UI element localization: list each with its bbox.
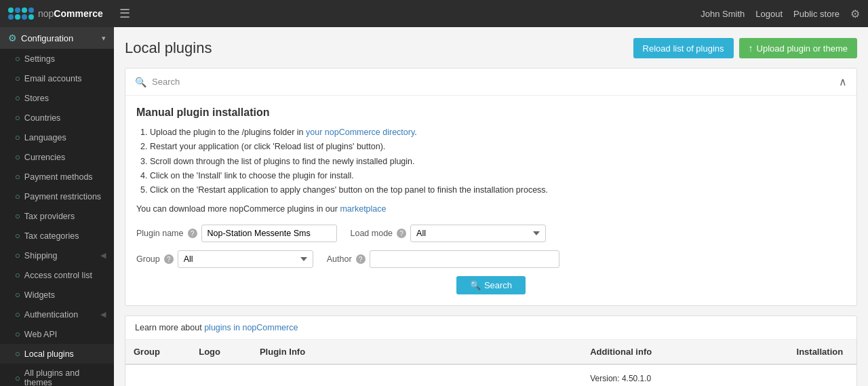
sidebar-item-tax-providers[interactable]: ○ Tax providers	[0, 206, 114, 226]
plugin-name-label: Plugin name	[136, 229, 184, 238]
group-help-icon[interactable]: ?	[164, 254, 174, 264]
circle-icon: ○	[15, 152, 20, 162]
upload-plugin-button[interactable]: ↑ Upload plugin or theme	[739, 38, 857, 58]
hamburger-button[interactable]: ☰	[114, 3, 136, 24]
sidebar-item-email-accounts[interactable]: ○ Email accounts	[0, 69, 114, 88]
version-value: 4.50.1.0	[622, 374, 651, 383]
logo-dot	[22, 14, 27, 20]
sidebar-item-local-plugins[interactable]: ○ Local plugins	[0, 344, 114, 364]
sidebar-item-countries[interactable]: ○ Countries	[0, 108, 114, 128]
group-select[interactable]: All	[178, 250, 313, 268]
additional-info-cell: Version: 4.50.1.0 Author: Nop-Station Te…	[582, 364, 788, 386]
sidebar-item-authentication[interactable]: ○ Authentication ◀	[0, 305, 114, 324]
install-step: Click on the 'Install' link to choose th…	[150, 169, 846, 183]
collapse-button[interactable]: ∧	[839, 75, 847, 88]
sidebar-item-languages[interactable]: ○ Languages	[0, 128, 114, 147]
search-button[interactable]: 🔍 Search	[456, 276, 526, 294]
sidebar-item-label: Stores	[24, 94, 49, 103]
circle-icon: ○	[15, 270, 20, 280]
sidebar-item-widgets[interactable]: ○ Widgets	[0, 285, 114, 305]
settings-icon[interactable]: ⚙	[850, 7, 860, 20]
version-row: Version: 4.50.1.0	[590, 372, 780, 386]
circle-icon: ○	[15, 211, 20, 221]
author-help-icon[interactable]: ?	[356, 254, 366, 264]
user-name: John Smith	[701, 9, 745, 19]
load-mode-help-icon[interactable]: ?	[397, 229, 406, 238]
install-step: Upload the plugin to the /plugins folder…	[150, 126, 846, 140]
logout-link[interactable]: Logout	[755, 9, 783, 19]
plugin-name-help-icon[interactable]: ?	[188, 229, 197, 238]
filter-row-2: Group ? All Author ?	[136, 250, 846, 268]
circle-icon: ○	[15, 231, 20, 241]
col-additional-info: Additional info	[582, 340, 788, 364]
sidebar-item-shipping[interactable]: ○ Shipping ◀	[0, 246, 114, 265]
public-store-link[interactable]: Public store	[793, 9, 840, 19]
sidebar-item-label: Web API	[24, 330, 57, 339]
sidebar-item-label: Access control list	[24, 271, 92, 280]
logo-dot	[28, 7, 34, 13]
sidebar-item-label: Settings	[24, 54, 55, 64]
sidebar-item-currencies[interactable]: ○ Currencies	[0, 147, 114, 167]
sidebar-item-access-control-list[interactable]: ○ Access control list	[0, 265, 114, 285]
logo-dot	[15, 7, 20, 13]
col-plugin-info: Plugin Info	[252, 340, 582, 364]
sidebar-configuration-section[interactable]: ⚙ Configuration ▾	[0, 27, 114, 49]
circle-icon: ○	[15, 329, 20, 339]
upload-btn-label: Upload plugin or theme	[757, 43, 848, 54]
circle-icon: ○	[15, 54, 20, 64]
sidebar-item-tax-categories[interactable]: ○ Tax categories	[0, 226, 114, 246]
sidebar-item-label: Authentication	[24, 310, 78, 320]
install-step: Click on the 'Restart application to app…	[150, 183, 846, 197]
install-step: Scroll down through the list of plugins …	[150, 155, 846, 169]
additional-info: Version: 4.50.1.0 Author: Nop-Station Te…	[590, 372, 780, 386]
table-header: Group Logo Plugin Info Additional info I…	[125, 340, 856, 364]
sidebar-item-payment-methods[interactable]: ○ Payment methods	[0, 167, 114, 187]
sidebar-item-web-api[interactable]: ○ Web API	[0, 324, 114, 344]
circle-icon: ○	[15, 93, 20, 103]
logo-dot	[8, 14, 14, 20]
sidebar-item-payment-restrictions[interactable]: ○ Payment restrictions	[0, 187, 114, 206]
col-logo: Logo	[191, 340, 252, 364]
chevron-right-icon: ◀	[100, 251, 106, 260]
page-header-actions: Reload list of plugins ↑ Upload plugin o…	[633, 38, 857, 58]
sidebar-item-label: Languages	[24, 133, 66, 142]
plugin-name-input[interactable]	[201, 225, 337, 242]
sidebar-item-stores[interactable]: ○ Stores	[0, 88, 114, 108]
sidebar-item-all-plugins-and-themes[interactable]: ○ All plugins and themes	[0, 364, 114, 386]
learn-more-link[interactable]: plugins in nopCommerce	[204, 323, 298, 332]
col-installation: Installation	[789, 340, 856, 364]
plugin-logo-cell	[191, 364, 252, 386]
your-nopcommerce-link[interactable]: your nopCommerce directory	[306, 128, 414, 137]
circle-icon: ○	[15, 73, 20, 83]
sidebar: ⚙ Configuration ▾ ○ Settings ○ Email acc…	[0, 27, 114, 386]
sidebar-item-label: Tax providers	[24, 212, 75, 221]
install-text: You can download more nopCommerce plugin…	[136, 204, 846, 214]
main-layout: ⚙ Configuration ▾ ○ Settings ○ Email acc…	[0, 27, 868, 386]
logo-dot	[28, 14, 34, 20]
logo-dot	[22, 7, 27, 13]
installation-cell: Install Delete	[789, 364, 856, 386]
filter-row-1: Plugin name ? Load mode ? All Installed …	[136, 225, 846, 242]
logo-text: nopCommerce	[38, 8, 103, 19]
search-btn-label: Search	[484, 280, 512, 290]
sidebar-item-settings[interactable]: ○ Settings	[0, 49, 114, 69]
chevron-down-icon: ▾	[102, 34, 106, 43]
search-filter-card: 🔍 Search ∧ Manual plugin installation Up…	[125, 68, 857, 306]
plugins-table-card: Learn more about plugins in nopCommerce …	[125, 315, 857, 386]
sidebar-config-items: ○ Settings ○ Email accounts ○ Stores ○ C…	[0, 49, 114, 386]
circle-icon: ○	[15, 290, 20, 300]
sidebar-item-label: Tax categories	[24, 231, 79, 241]
search-row: 🔍 Search	[136, 276, 846, 294]
circle-icon: ○	[15, 349, 20, 359]
learn-more-bar: Learn more about plugins in nopCommerce	[125, 316, 856, 340]
top-nav-right: John Smith Logout Public store ⚙	[701, 7, 860, 20]
reload-list-button[interactable]: Reload list of plugins	[633, 38, 734, 58]
author-input[interactable]	[370, 250, 559, 268]
load-mode-select[interactable]: All Installed only Not installed only	[410, 225, 546, 242]
main-content: Local plugins Reload list of plugins ↑ U…	[114, 27, 868, 386]
sidebar-item-label: Shipping	[24, 251, 58, 260]
search-icon: 🔍	[135, 77, 146, 88]
marketplace-link[interactable]: marketplace	[340, 204, 386, 214]
top-navigation: nopCommerce ☰ John Smith Logout Public s…	[0, 0, 868, 27]
table-body: Nop-Station Nop-Station Messente	[125, 364, 856, 386]
